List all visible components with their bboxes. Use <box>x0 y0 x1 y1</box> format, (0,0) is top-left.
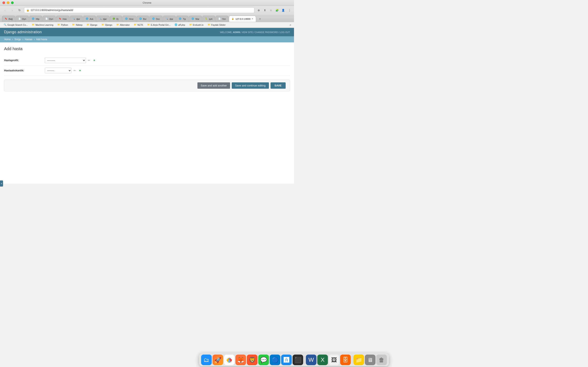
bookmark-favicon: 📁 <box>134 24 137 26</box>
bookmark-label: Alternator <box>120 24 130 26</box>
breadcrumb-home[interactable]: Home <box>4 38 11 41</box>
hastaprofil-row: Hastaprofil: --------- ✏ + <box>4 55 290 66</box>
save-add-another-button[interactable]: Save and add another <box>198 82 230 89</box>
tab-favicon: 🔍 <box>99 17 102 20</box>
hastaalıskanlik-select[interactable]: -------- <box>45 68 71 73</box>
hastaalıskanlik-add-button[interactable]: + <box>78 68 82 73</box>
bookmark-favicon: 📁 <box>189 24 192 26</box>
tab-goog[interactable]: 🔍 djar <box>70 16 83 22</box>
extensions-icon[interactable]: 🧩 <box>274 8 280 13</box>
tab-goog2[interactable]: 🔍 djar <box>96 16 109 22</box>
bookmark-django1[interactable]: 📁 Django <box>85 23 99 26</box>
bookmark-label: NLTK <box>138 24 143 26</box>
bookmark-ndeep[interactable]: 📁 Ndeep <box>70 23 84 26</box>
bookmark-favicon: 📁 <box>102 24 104 26</box>
bookmark-nltk[interactable]: 📁 NLTK <box>132 23 145 26</box>
new-tab-button[interactable]: + <box>257 16 263 22</box>
tab-http[interactable]: 🌐 http <box>29 16 42 22</box>
tab-label: Dyn <box>22 18 26 20</box>
tab-favicon: 🌐 <box>191 17 194 20</box>
tab-how[interactable]: 🌐 How <box>122 16 136 22</box>
bookmark-aff[interactable]: 🌐 aff.php <box>173 23 187 26</box>
log-out-link[interactable]: LOG OUT <box>280 31 290 33</box>
tab-favicon: 🐍 <box>205 17 208 20</box>
bookmark-icon[interactable]: ☆ <box>268 8 274 13</box>
tab-dj[interactable]: 🟢 Dj <box>110 16 122 22</box>
bookmark-python[interactable]: 📁 Python <box>56 23 70 26</box>
titlebar-buttons <box>2 1 14 4</box>
tab-label: Dyn <box>49 18 53 20</box>
tab-label: Bui <box>143 18 146 20</box>
bookmark-ml[interactable]: 📁 Machine Learning <box>30 23 55 26</box>
breadcrumb-current: Add hasta <box>36 38 47 41</box>
tab-mar[interactable]: 🌐 Mar <box>189 16 202 22</box>
bookmark-label: Machine Learning <box>35 24 53 26</box>
hastaalıskanlik-edit-button[interactable]: ✏ <box>73 68 77 73</box>
profile-icon[interactable]: 👤 <box>281 8 286 13</box>
bookmark-alternator[interactable]: 📁 Alternator <box>115 23 131 26</box>
tab-favicon: 📄 <box>218 17 221 20</box>
share-icon[interactable]: ⬆ <box>262 8 268 13</box>
bookmark-google[interactable]: 🔍 Google Search Co... <box>2 23 29 26</box>
breadcrumb: Home › Sorgu › Hastas › Add hasta <box>0 36 294 42</box>
tab-dec[interactable]: 🌐 Dec <box>149 16 163 22</box>
form-container: Hastaprofil: --------- ✏ + Hastaalıskanl… <box>4 55 290 76</box>
tab-yen[interactable]: 📄 Yen <box>216 16 229 22</box>
bookmark-label: aff.php <box>178 24 185 26</box>
bookmark-endustri[interactable]: 📁 Endustri.io <box>188 23 205 26</box>
change-password-link[interactable]: CHANGE PASSWORD <box>255 31 278 33</box>
tab-dyn1[interactable]: 📄 Dyn <box>16 16 29 22</box>
hastaalıskanlik-field: -------- ✏ + <box>45 68 82 73</box>
tab-dyn2[interactable]: 📄 Dyn <box>43 16 56 22</box>
close-button[interactable] <box>2 1 5 4</box>
tab-ask[interactable]: 🌐 Ask <box>83 16 96 22</box>
content-area: Add hasta Hastaprofil: --------- ✏ + Has… <box>0 42 294 95</box>
admin-title: Django administration <box>4 30 42 34</box>
tab-label: Ask <box>90 18 93 20</box>
bookmark-label: Django <box>90 24 97 26</box>
bookmark-favicon: 📁 <box>86 24 89 26</box>
bookmark-label: Faydalı Siteler <box>211 24 226 26</box>
breadcrumb-sep3: › <box>34 38 35 41</box>
breadcrumb-hastas[interactable]: Hastas <box>25 38 32 41</box>
save-continue-editing-button[interactable]: Save and continue editing <box>232 82 269 89</box>
hastaprofil-add-button[interactable]: + <box>92 58 96 62</box>
back-button[interactable]: ‹ <box>2 7 8 13</box>
bookmark-django2[interactable]: 📁 Django <box>100 23 114 26</box>
tab-has[interactable]: 🔖 Has <box>56 16 69 22</box>
tab-goog3[interactable]: 🔍 djar <box>163 16 176 22</box>
maximize-button[interactable] <box>11 1 14 4</box>
view-site-link[interactable]: VIEW SITE <box>242 31 253 33</box>
translate-icon[interactable]: ⊕ <box>256 8 261 13</box>
sidebar-toggle[interactable]: » <box>0 180 3 184</box>
tab-label: djar <box>76 18 80 20</box>
bookmark-favicon: 📁 <box>57 24 60 26</box>
bookmark-label: Google Search Co... <box>7 24 28 26</box>
tab-bui[interactable]: 🌐 Bui <box>137 16 149 22</box>
tab-favicon: 🌐 <box>139 17 142 20</box>
django-admin: Django administration WELCOME, ADMIN. VI… <box>0 28 294 184</box>
forward-button[interactable]: › <box>9 7 15 13</box>
minimize-button[interactable] <box>7 1 9 4</box>
bookmark-favicon: 📁 <box>32 24 35 26</box>
bookmarks-more-button[interactable]: » <box>289 23 292 27</box>
bookmark-earsiv[interactable]: 📁 E-Arşiv Portal Giri... <box>146 23 172 26</box>
breadcrumb-sorgu[interactable]: Sorgu <box>15 38 21 41</box>
bookmark-label: Python <box>61 24 68 26</box>
tab-close-icon[interactable]: ✕ <box>251 17 253 20</box>
bookmark-faydali[interactable]: 📁 Faydalı Siteler <box>206 23 227 26</box>
browser-chrome: ‹ › ↻ 🔒 127.0.0.1:8000/admin/sorgu/hasta… <box>0 6 294 28</box>
tab-current[interactable]: 🔒 127.0.0.1:8000 ✕ <box>229 16 256 22</box>
refresh-button[interactable]: ↻ <box>17 7 22 13</box>
tab-favicon: 🌐 <box>152 17 155 20</box>
save-button[interactable]: SAVE <box>270 82 286 89</box>
address-bar[interactable]: 🔒 127.0.0.1:8000/admin/sorgu/hasta/add/ <box>24 7 254 13</box>
tab-pyt[interactable]: 🐍 pyti <box>202 16 215 22</box>
tab-tip[interactable]: 🌐 Tip <box>176 16 189 22</box>
menu-icon[interactable]: ⋮ <box>287 8 292 13</box>
hastaprofil-edit-button[interactable]: ✏ <box>87 58 91 62</box>
tab-favicon: 📄 <box>45 17 48 20</box>
bookmark-label: E-Arşiv Portal Giri... <box>151 24 171 26</box>
hastaprofil-select[interactable]: --------- <box>45 58 86 63</box>
tab-bac[interactable]: 🔖 Bağ <box>2 16 15 22</box>
